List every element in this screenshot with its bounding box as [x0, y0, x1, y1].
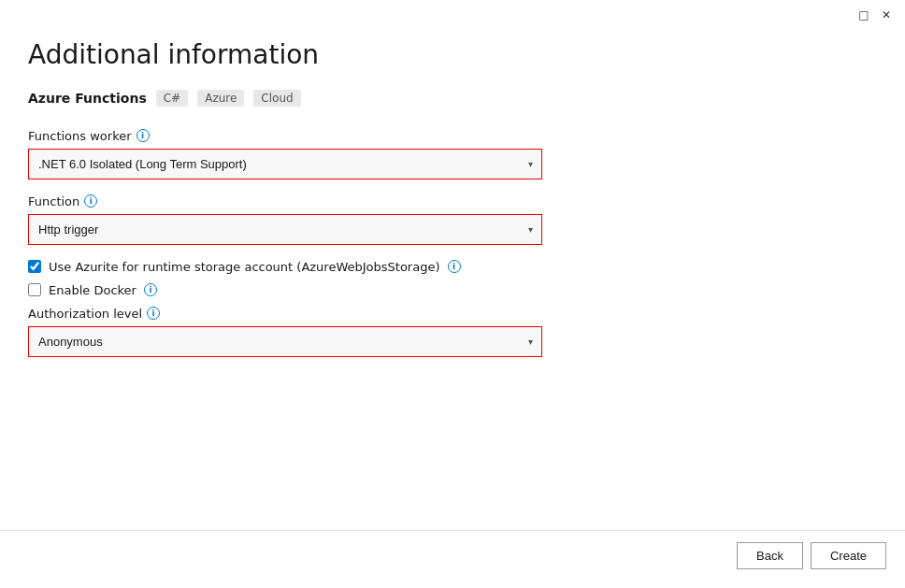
functions-worker-field: Functions worker i .NET 6.0 Isolated (Lo…	[28, 129, 877, 179]
docker-label: Enable Docker	[49, 283, 136, 297]
functions-worker-select[interactable]: .NET 6.0 Isolated (Long Term Support) .N…	[28, 149, 542, 179]
azurite-label: Use Azurite for runtime storage account …	[49, 260, 440, 274]
minimize-button[interactable]: □	[856, 7, 871, 22]
dialog: □ ✕ Additional information Azure Functio…	[0, 0, 905, 588]
minimize-icon: □	[858, 8, 869, 22]
tag-cloud: Cloud	[253, 90, 300, 107]
functions-worker-select-wrapper: .NET 6.0 Isolated (Long Term Support) .N…	[28, 149, 542, 179]
function-label: Function i	[28, 194, 877, 208]
close-icon: ✕	[882, 8, 891, 22]
authorization-level-select-wrapper: Anonymous Function Admin ▾	[28, 326, 542, 357]
docker-info-icon[interactable]: i	[144, 283, 157, 296]
tag-azure: Azure	[197, 90, 244, 107]
azurite-checkbox[interactable]	[28, 260, 41, 273]
azurite-checkbox-row: Use Azurite for runtime storage account …	[28, 260, 877, 274]
function-info-icon[interactable]: i	[84, 194, 97, 208]
authorization-level-select[interactable]: Anonymous Function Admin	[28, 326, 542, 357]
tag-csharp: C#	[156, 90, 188, 107]
back-button[interactable]: Back	[737, 542, 803, 569]
subtitle-label: Azure Functions	[28, 91, 147, 106]
functions-worker-info-icon[interactable]: i	[136, 129, 150, 142]
authorization-level-info-icon[interactable]: i	[147, 307, 160, 320]
authorization-level-label: Authorization level i	[28, 307, 877, 321]
footer: Back Create	[0, 530, 905, 588]
azurite-info-icon[interactable]: i	[448, 260, 461, 273]
create-button[interactable]: Create	[811, 542, 886, 569]
function-select[interactable]: Http trigger Timer trigger Blob trigger …	[28, 214, 542, 245]
function-select-wrapper: Http trigger Timer trigger Blob trigger …	[28, 214, 542, 245]
subtitle-row: Azure Functions C# Azure Cloud	[28, 90, 877, 107]
authorization-level-field: Authorization level i Anonymous Function…	[28, 307, 877, 357]
title-bar: □ ✕	[0, 0, 905, 30]
close-button[interactable]: ✕	[879, 7, 894, 22]
main-content: Additional information Azure Functions C…	[0, 30, 905, 530]
docker-checkbox[interactable]	[28, 283, 41, 296]
functions-worker-label: Functions worker i	[28, 129, 877, 143]
page-title: Additional information	[28, 39, 877, 71]
function-field: Function i Http trigger Timer trigger Bl…	[28, 194, 877, 245]
docker-checkbox-row: Enable Docker i	[28, 283, 877, 297]
